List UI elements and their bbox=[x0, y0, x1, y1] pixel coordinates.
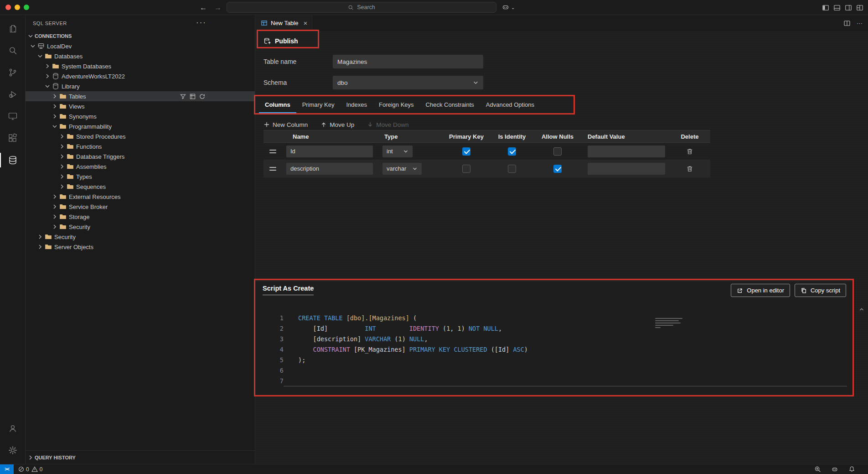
zoom-icon[interactable] bbox=[814, 466, 821, 473]
column-type-dropdown[interactable]: varchar bbox=[382, 163, 422, 175]
run-and-debug-icon[interactable] bbox=[0, 83, 26, 105]
column-name-input[interactable]: Id bbox=[286, 146, 373, 157]
back-icon[interactable]: ← bbox=[200, 4, 207, 12]
forward-icon[interactable]: → bbox=[214, 4, 222, 12]
refresh-icon[interactable] bbox=[199, 93, 206, 100]
code-line[interactable]: 1CREATE TABLE [dbo].[Magazines] ( bbox=[255, 313, 852, 323]
tab-new-table[interactable]: New Table × bbox=[255, 15, 312, 31]
designer-tab-foreign-keys[interactable]: Foreign Keys bbox=[373, 97, 420, 113]
split-editor-icon[interactable] bbox=[843, 20, 851, 27]
chevron-right-icon bbox=[36, 233, 44, 240]
search-icon[interactable] bbox=[0, 40, 26, 62]
minimize-window-button[interactable] bbox=[15, 5, 20, 10]
designer-tab-check-constraints[interactable]: Check Constraints bbox=[420, 97, 480, 113]
more-actions-icon[interactable]: ··· bbox=[196, 18, 207, 27]
toggle-primary-sidebar-icon[interactable] bbox=[822, 4, 829, 11]
tree-item-tables[interactable]: Tables bbox=[26, 91, 255, 101]
zoom-window-button[interactable] bbox=[24, 5, 29, 10]
tree-item-system-databases[interactable]: System Databases bbox=[26, 61, 255, 71]
design-icon[interactable] bbox=[189, 93, 196, 100]
tree-item-types[interactable]: Types bbox=[26, 172, 255, 182]
copilot-menu-button[interactable]: ⌄ bbox=[501, 3, 515, 11]
code-line[interactable]: 6 bbox=[255, 365, 852, 376]
move-up-button[interactable]: Move Up bbox=[320, 121, 354, 128]
tree-item-database-triggers[interactable]: Database Triggers bbox=[26, 151, 255, 161]
tree-item-functions[interactable]: Functions bbox=[26, 141, 255, 151]
accounts-icon[interactable] bbox=[0, 417, 26, 439]
remote-indicator[interactable]: >< bbox=[0, 464, 14, 474]
problems-status[interactable]: 0 0 bbox=[18, 466, 42, 473]
designer-tab-primary-key[interactable]: Primary Key bbox=[296, 97, 341, 113]
customize-layout-icon[interactable] bbox=[856, 4, 863, 11]
more-actions-icon[interactable]: ··· bbox=[857, 20, 863, 26]
is-identity-checkbox[interactable] bbox=[508, 147, 516, 156]
connections-section-header[interactable]: CONNECTIONS bbox=[26, 31, 255, 41]
tree-item-service-broker[interactable]: Service Broker bbox=[26, 202, 255, 212]
tree-item-localdev[interactable]: LocalDev bbox=[26, 41, 255, 51]
table-name-value: Magazines bbox=[337, 58, 367, 65]
tree-item-storage[interactable]: Storage bbox=[26, 212, 255, 222]
tree-item-programmability[interactable]: Programmability bbox=[26, 121, 255, 131]
toggle-secondary-sidebar-icon[interactable] bbox=[845, 4, 852, 11]
column-name-input[interactable]: description bbox=[286, 163, 373, 175]
close-icon[interactable]: × bbox=[303, 20, 307, 26]
primary-key-checkbox[interactable] bbox=[462, 147, 470, 156]
remote-explorer-icon[interactable] bbox=[0, 105, 26, 127]
database-icon bbox=[51, 73, 60, 80]
publish-button[interactable]: Publish bbox=[264, 35, 298, 47]
tree-item-security[interactable]: Security bbox=[26, 232, 255, 242]
code-line[interactable]: 4 CONSTRAINT [PK_Magazines] PRIMARY KEY … bbox=[255, 344, 852, 355]
tree-item-sequences[interactable]: Sequences bbox=[26, 182, 255, 192]
allow-nulls-checkbox[interactable] bbox=[553, 165, 562, 173]
tree-item-security[interactable]: Security bbox=[26, 222, 255, 232]
drag-handle[interactable] bbox=[269, 150, 276, 153]
designer-tab-indexes[interactable]: Indexes bbox=[340, 97, 373, 113]
copilot-icon[interactable] bbox=[831, 466, 838, 473]
settings-gear-icon[interactable] bbox=[0, 439, 26, 461]
table-name-input[interactable]: Magazines bbox=[333, 55, 483, 68]
tree-item-stored-procedures[interactable]: Stored Procedures bbox=[26, 131, 255, 141]
delete-row-icon[interactable] bbox=[686, 148, 693, 155]
code-line[interactable]: 3 [description] VARCHAR (1) NULL, bbox=[255, 334, 852, 344]
tree-item-databases[interactable]: Databases bbox=[26, 51, 255, 61]
tree-item-adventureworkslt2022[interactable]: AdventureWorksLT2022 bbox=[26, 71, 255, 81]
tree-item-views[interactable]: Views bbox=[26, 101, 255, 111]
toggle-panel-icon[interactable] bbox=[833, 4, 841, 11]
schema-dropdown[interactable]: dbo bbox=[333, 76, 483, 89]
copy-script-button[interactable]: Copy script bbox=[795, 284, 846, 297]
tree-item-assemblies[interactable]: Assemblies bbox=[26, 161, 255, 172]
source-control-icon[interactable] bbox=[0, 62, 26, 83]
code-line[interactable]: 5); bbox=[255, 355, 852, 365]
bell-icon[interactable] bbox=[848, 466, 855, 473]
tree-item-external-resources[interactable]: External Resources bbox=[26, 192, 255, 202]
close-window-button[interactable] bbox=[5, 5, 11, 10]
is-identity-checkbox[interactable] bbox=[508, 165, 516, 173]
open-in-editor-button[interactable]: Open in editor bbox=[731, 284, 790, 297]
tree-item-synonyms[interactable]: Synonyms bbox=[26, 111, 255, 121]
designer-tab-columns[interactable]: Columns bbox=[259, 97, 296, 113]
extensions-icon[interactable] bbox=[0, 127, 26, 149]
column-type-dropdown[interactable]: int bbox=[382, 146, 413, 157]
tree-item-server-objects[interactable]: Server Objects bbox=[26, 242, 255, 252]
query-history-section-header[interactable]: QUERY HISTORY bbox=[26, 450, 255, 464]
designer-tab-advanced-options[interactable]: Advanced Options bbox=[480, 97, 540, 113]
chevron-down-icon bbox=[44, 83, 51, 90]
sql-code-editor[interactable]: 1CREATE TABLE [dbo].[Magazines] (2 [Id] … bbox=[255, 313, 852, 395]
allow-nulls-checkbox[interactable] bbox=[553, 147, 562, 156]
code-line[interactable]: 2 [Id] INT IDENTITY (1, 1) NOT NULL, bbox=[255, 323, 852, 334]
default-value-input[interactable] bbox=[588, 163, 665, 175]
drag-handle[interactable] bbox=[269, 167, 276, 171]
command-center-search[interactable]: Search bbox=[227, 2, 496, 13]
tree-item-library[interactable]: Library bbox=[26, 81, 255, 91]
code-line[interactable]: 7 bbox=[255, 376, 852, 386]
copy-icon bbox=[801, 287, 807, 294]
sql-server-icon[interactable] bbox=[0, 149, 26, 171]
delete-row-icon[interactable] bbox=[686, 165, 693, 172]
scroll-up-icon[interactable] bbox=[859, 307, 864, 312]
filter-icon[interactable] bbox=[180, 93, 186, 100]
new-column-button[interactable]: New Column bbox=[264, 121, 308, 128]
primary-key-checkbox[interactable] bbox=[462, 165, 470, 173]
columns-grid-rows: Idintdescriptionvarchar bbox=[264, 143, 710, 177]
explorer-icon[interactable] bbox=[0, 18, 26, 40]
default-value-input[interactable] bbox=[588, 146, 665, 157]
